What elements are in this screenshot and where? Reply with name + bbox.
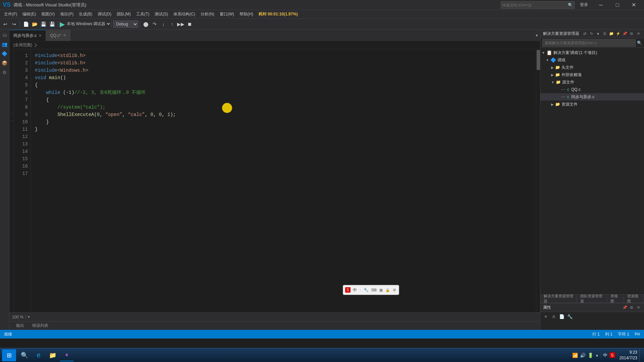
- properties-close-btn[interactable]: ✕: [635, 305, 641, 311]
- minimize-button[interactable]: ─: [593, 0, 608, 10]
- menu-analyze[interactable]: 分析(N): [198, 10, 217, 18]
- taskbar-app-search[interactable]: 🔍: [17, 349, 32, 361]
- editor-scrollbar[interactable]: [536, 49, 540, 312]
- tree-resource-files[interactable]: ▶ 📁 资源文件: [540, 101, 644, 108]
- login-button[interactable]: 登录: [577, 2, 591, 8]
- menu-debug[interactable]: 调试(D): [95, 10, 114, 18]
- tab-sync-async[interactable]: 同步与异步.c ✕: [9, 30, 46, 41]
- error-list-tab[interactable]: 错误列表: [28, 321, 52, 330]
- menu-tools[interactable]: 工具(T): [133, 10, 152, 18]
- tray-network-icon[interactable]: 📶: [572, 353, 578, 358]
- properties-float-btn[interactable]: ⧉: [629, 305, 635, 311]
- solution-explorer-icon[interactable]: 🗂: [1, 31, 9, 39]
- tree-project[interactable]: ▼ 🔷 调戏: [540, 56, 644, 64]
- tray-ime-cn[interactable]: 中: [603, 352, 607, 358]
- ime-dot-btn[interactable]: ·: [359, 288, 362, 292]
- maximize-button[interactable]: □: [610, 0, 625, 10]
- tabs-dropdown-btn[interactable]: ▾: [533, 30, 540, 41]
- solution-explorer-tab[interactable]: 解决方案资源管理器: [540, 295, 577, 303]
- scrollbar-thumb[interactable]: [537, 50, 540, 70]
- team-explorer-tab[interactable]: 团队资源管理器: [577, 295, 607, 303]
- tree-external-deps[interactable]: ▶ 📁 外部依赖项: [540, 71, 644, 78]
- menu-file[interactable]: 文件(F): [1, 10, 20, 18]
- quick-launch-box[interactable]: 🔍: [501, 1, 575, 9]
- taskbar-clock[interactable]: 9:23 2014/7/23: [620, 350, 637, 361]
- collapse-btn[interactable]: ▼: [595, 31, 601, 37]
- resource-view-tab[interactable]: 资源视图: [624, 295, 644, 303]
- breadcrumb-arrow[interactable]: [33, 43, 37, 47]
- ime-settings-icon[interactable]: ⚙: [392, 288, 397, 292]
- save-btn[interactable]: 💾: [39, 20, 47, 28]
- team-icon[interactable]: 👥: [1, 40, 9, 48]
- step-over-btn[interactable]: ↷: [151, 20, 159, 28]
- start-button[interactable]: ⊞: [2, 349, 16, 361]
- tab-qq-close[interactable]: ✕: [63, 33, 66, 38]
- refresh-btn[interactable]: ↻: [588, 31, 594, 37]
- redo-btn[interactable]: ↪: [10, 20, 18, 28]
- taskbar-app-ie[interactable]: e: [32, 349, 46, 361]
- sync-btn[interactable]: ⇄: [582, 31, 588, 37]
- step-in-btn[interactable]: ↓: [159, 20, 167, 28]
- menu-build[interactable]: 生成(B): [76, 10, 95, 18]
- taskbar-app-vs[interactable]: ♦: [60, 349, 74, 361]
- float-btn[interactable]: ⧉: [629, 31, 635, 37]
- step-out-btn[interactable]: ↑: [168, 20, 176, 28]
- tray-sogou-icon[interactable]: S: [609, 352, 615, 358]
- prop-alpha-btn[interactable]: A: [550, 313, 557, 320]
- solution-search-input[interactable]: [542, 39, 636, 47]
- menu-architecture[interactable]: 体系结构(C): [171, 10, 198, 18]
- ime-wrench-icon[interactable]: 🔧: [363, 288, 369, 292]
- ime-grid-icon[interactable]: ▦: [379, 288, 383, 292]
- prop-page-btn[interactable]: 📄: [558, 313, 565, 320]
- menu-view[interactable]: 视图(V): [39, 10, 57, 18]
- class-view-tab[interactable]: 类视图: [607, 295, 624, 303]
- tree-qqc[interactable]: ⋯ c QQ.c: [540, 86, 644, 93]
- tray-sound-icon[interactable]: 🔊: [580, 353, 586, 358]
- tray-arrow-icon[interactable]: ▲: [595, 353, 599, 357]
- prop-cat-btn[interactable]: ≡: [542, 313, 549, 320]
- close-panel-btn[interactable]: ✕: [635, 31, 641, 37]
- run-dropdown-arrow[interactable]: [107, 22, 110, 25]
- ime-lock-icon[interactable]: 🔒: [385, 288, 391, 292]
- breakpoint-btn[interactable]: ⬤: [142, 20, 150, 28]
- tab-qq[interactable]: QQ.c* ✕: [46, 30, 70, 41]
- filter-btn[interactable]: ⚡: [615, 31, 621, 37]
- tree-solution-root[interactable]: ▼ 📋 解决方案'调戏'(1 个项目): [540, 49, 644, 56]
- menu-help[interactable]: 帮助(H): [237, 10, 256, 18]
- menu-project[interactable]: 项目(P): [57, 10, 76, 18]
- debug-config-dropdown[interactable]: Debug Release: [113, 20, 138, 28]
- tree-sync-async[interactable]: ⋯ c 同步与异步.c: [540, 93, 644, 101]
- quick-launch-input[interactable]: [501, 3, 568, 7]
- output-tab[interactable]: 输出: [12, 321, 28, 330]
- code-editor[interactable]: ─ ─ ─ 1 2 3 4 5 6 7 8 9 10 11 12: [9, 49, 540, 312]
- stop-btn[interactable]: ⏹: [185, 20, 194, 28]
- properties-btn[interactable]: ☰: [602, 31, 608, 37]
- close-button[interactable]: ✕: [626, 0, 641, 10]
- continue-btn[interactable]: ▶▶: [177, 20, 185, 28]
- prop-tool-btn[interactable]: 🔧: [567, 313, 573, 320]
- properties-pin-btn[interactable]: 📌: [622, 305, 628, 311]
- new-btn[interactable]: 📄: [22, 20, 30, 28]
- ime-keyboard-icon[interactable]: ⌨: [371, 288, 377, 292]
- zoom-dropdown-btn[interactable]: ▾: [28, 315, 30, 319]
- menu-team[interactable]: 团队(M): [114, 10, 133, 18]
- show-desktop-btn[interactable]: [639, 349, 642, 361]
- pin-btn[interactable]: 📌: [622, 31, 628, 37]
- resource-icon[interactable]: 📦: [1, 59, 9, 67]
- undo-btn[interactable]: ↩: [1, 20, 9, 28]
- taskbar-app-explorer[interactable]: 📁: [46, 349, 60, 361]
- code-content[interactable]: #include<stdlib.h> #include<stdlib.h> #i…: [31, 49, 536, 312]
- ime-chinese-btn[interactable]: 中: [352, 287, 358, 293]
- save-all-btn[interactable]: 💾: [48, 20, 56, 28]
- open-btn[interactable]: 📂: [31, 20, 39, 28]
- menu-test[interactable]: 测试(S): [152, 10, 171, 18]
- tray-battery-icon[interactable]: 🔋: [588, 353, 593, 358]
- menu-edit[interactable]: 编辑(E): [20, 10, 39, 18]
- properties-icon[interactable]: ⚙: [1, 68, 9, 76]
- run-button[interactable]: ▶: [60, 20, 65, 28]
- window-controls[interactable]: ─ □ ✕: [593, 0, 641, 10]
- tree-headers[interactable]: ▶ 📁 头文件: [540, 64, 644, 71]
- sogou-logo[interactable]: S: [345, 287, 351, 293]
- class-icon[interactable]: 🔷: [1, 50, 9, 58]
- tree-source-files[interactable]: ▼ 📁 源文件: [540, 78, 644, 86]
